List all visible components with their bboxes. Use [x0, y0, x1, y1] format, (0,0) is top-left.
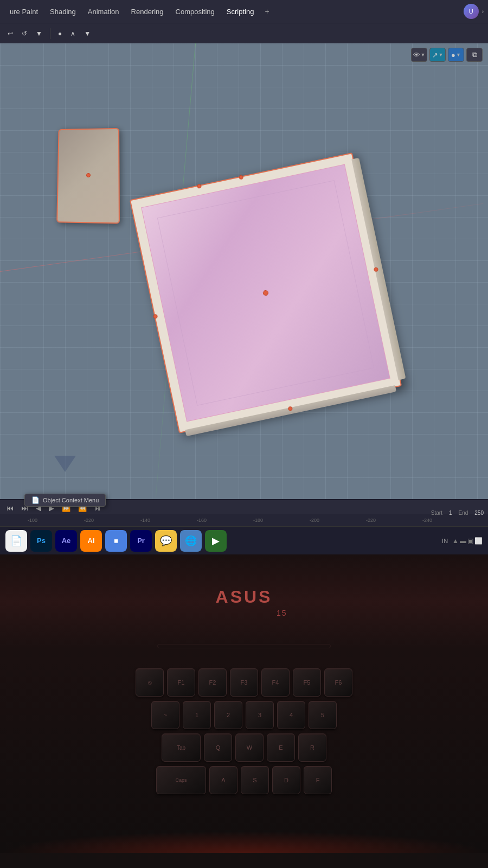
undo-button[interactable]: ↩	[4, 28, 16, 39]
frame-num-7: -220	[343, 518, 399, 523]
redo-button[interactable]: ↺	[18, 28, 30, 39]
mode-dropdown[interactable]: ▼	[33, 28, 46, 39]
frame-num-8: -240	[399, 518, 455, 523]
camera-gizmo	[54, 456, 76, 472]
keyboard-area: ⎋ F1 F2 F3 F4 F5 F6 ~ 1 2 3 4 5 Tab Q W …	[0, 663, 488, 853]
taskbar-system-icons: ▲ ▬ ▣ ⬜	[452, 537, 483, 545]
key-r[interactable]: R	[298, 733, 326, 762]
object-small-rect	[56, 128, 120, 224]
key-d[interactable]: D	[272, 766, 300, 794]
taskbar: 📄 Ps Ae Ai ◼ Pr 💬 🌐 ▶ IN ▲ ▬ ▣ ⬜	[0, 526, 488, 554]
keyboard-row-2: ~ 1 2 3 4 5	[0, 701, 488, 729]
key-f2[interactable]: F2	[198, 668, 227, 697]
key-5[interactable]: 5	[309, 701, 337, 729]
viewport-header-icons: 👁 ▼ ↗ ▼ ● ▼ ⧉	[411, 48, 483, 62]
object-origin-dot-small	[86, 173, 90, 177]
chevron-down-icon-2: ▼	[439, 52, 444, 58]
taskbar-icon-3[interactable]: ▣	[467, 537, 473, 545]
layers-icon: ⧉	[472, 50, 477, 59]
frame-num-1: -100	[4, 518, 61, 523]
waveform-icon[interactable]: ∧	[67, 28, 79, 39]
add-workspace-button[interactable]: +	[260, 5, 273, 18]
eye-icon: 👁	[413, 51, 420, 59]
menu-item-rendering[interactable]: Rendering	[126, 5, 169, 18]
start-label: Start	[431, 510, 442, 516]
key-f5[interactable]: F5	[293, 668, 321, 697]
menu-item-texture-paint[interactable]: ure Paint	[4, 5, 43, 18]
user-avatar[interactable]: U	[464, 4, 479, 19]
keyboard-backlight-glow	[0, 831, 488, 853]
start-end-frame-labels: Start 1 End 250	[431, 510, 484, 516]
frame-num-5: -180	[230, 518, 286, 523]
start-value[interactable]: 1	[449, 510, 452, 516]
key-f3[interactable]: F3	[230, 668, 258, 697]
taskbar-app-chat[interactable]: 💬	[155, 530, 177, 552]
key-2[interactable]: 2	[214, 701, 242, 729]
3d-viewport[interactable]: 👁 ▼ ↗ ▼ ● ▼ ⧉	[0, 43, 488, 499]
key-esc[interactable]: ⎋	[136, 668, 164, 697]
toolbar-separator-1	[50, 28, 50, 39]
laptop-touch-strip[interactable]	[157, 644, 331, 648]
viewport-shading-button[interactable]: ● ▼	[448, 48, 464, 62]
taskbar-arrow-up[interactable]: ▲	[452, 537, 459, 545]
key-e[interactable]: E	[267, 733, 295, 762]
taskbar-app-illustrator[interactable]: Ai	[80, 530, 102, 552]
key-a[interactable]: A	[209, 766, 237, 794]
jump-start-button[interactable]: ⏮	[4, 503, 16, 513]
frame-num-6: -200	[286, 518, 343, 523]
dropdown-arrow[interactable]: ▼	[81, 28, 94, 39]
key-1[interactable]: 1	[183, 701, 211, 729]
menu-item-animation[interactable]: Animation	[82, 5, 125, 18]
viewport-gizmo-button[interactable]: ↗ ▼	[429, 48, 446, 62]
menu-item-compositing[interactable]: Compositing	[170, 5, 220, 18]
chevron-down-icon: ▼	[421, 52, 426, 58]
taskbar-app-blue-square[interactable]: ◼	[105, 530, 127, 552]
end-label: End	[459, 510, 468, 516]
frame-num-2: -220	[61, 518, 117, 523]
taskbar-icon-2[interactable]: ▬	[460, 537, 466, 545]
taskbar-app-after-effects[interactable]: Ae	[55, 530, 77, 552]
laptop-brand-logo: ASUS	[216, 587, 273, 607]
context-menu-icon: 📄	[31, 496, 40, 504]
key-tab[interactable]: Tab	[162, 733, 201, 762]
object-frame-body	[130, 152, 402, 433]
taskbar-app-photoshop[interactable]: Ps	[30, 530, 52, 552]
context-menu-label: Object Context Menu	[43, 497, 99, 503]
timeline-frame-numbers: -100 -220 -140 -160 -180 -200 -220 -240	[0, 514, 488, 526]
keyboard-row-3: Tab Q W E R	[0, 733, 488, 762]
key-s[interactable]: S	[241, 766, 269, 794]
key-q[interactable]: Q	[204, 733, 232, 762]
menu-right-area: U ›	[464, 4, 484, 19]
key-f1[interactable]: F1	[167, 668, 195, 697]
key-tilde[interactable]: ~	[151, 701, 179, 729]
keyboard-row-1: ⎋ F1 F2 F3 F4 F5 F6	[0, 668, 488, 697]
menu-item-shading[interactable]: Shading	[44, 5, 81, 18]
key-caps[interactable]: Caps	[156, 766, 206, 794]
viewport-editor-type-button[interactable]: ⧉	[466, 48, 483, 62]
frame-num-3: -140	[117, 518, 174, 523]
taskbar-app-browser[interactable]: 🌐	[180, 530, 202, 552]
object-large-frame	[130, 152, 402, 433]
end-value[interactable]: 250	[474, 510, 484, 516]
key-f[interactable]: F	[304, 766, 332, 794]
taskbar-icon-4[interactable]: ⬜	[474, 537, 483, 545]
taskbar-app-media[interactable]: ▶	[205, 530, 227, 552]
menu-arrow-icon[interactable]: ›	[482, 9, 484, 15]
key-3[interactable]: 3	[246, 701, 274, 729]
viewport-overlay-button[interactable]: 👁 ▼	[411, 48, 427, 62]
frame-edge-dot-left	[153, 314, 158, 319]
taskbar-app-premiere[interactable]: Pr	[130, 530, 152, 552]
menu-bar: ure Paint Shading Animation Rendering Co…	[0, 0, 488, 23]
key-4[interactable]: 4	[277, 701, 305, 729]
frame-edge-dot-top	[239, 175, 243, 180]
viewport-shading-solid[interactable]: ●	[55, 28, 65, 39]
taskbar-right-area: IN ▲ ▬ ▣ ⬜	[442, 537, 483, 545]
key-w[interactable]: W	[235, 733, 264, 762]
laptop-brand-sub: 15	[277, 609, 287, 617]
camera-triangle-icon	[54, 456, 76, 472]
key-f4[interactable]: F4	[261, 668, 290, 697]
key-f6[interactable]: F6	[324, 668, 352, 697]
taskbar-app-file[interactable]: 📄	[5, 530, 27, 552]
laptop-chassis: ASUS 15 ⎋ F1 F2 F3 F4 F5 F6 ~ 1 2 3 4 5	[0, 554, 488, 868]
menu-item-scripting[interactable]: Scripting	[221, 5, 260, 18]
